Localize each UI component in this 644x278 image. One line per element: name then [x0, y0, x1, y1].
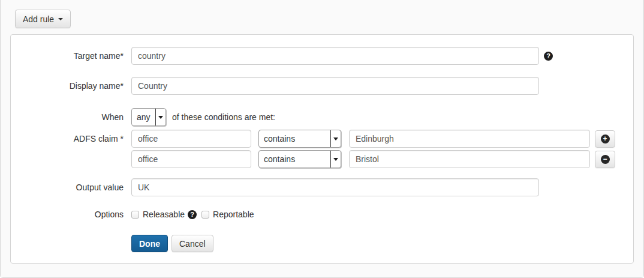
cancel-button[interactable]: Cancel [171, 235, 213, 252]
claim-value-input[interactable] [349, 150, 590, 168]
adfs-claim-label: ADFS claim * [11, 134, 131, 144]
output-value-input[interactable] [131, 178, 539, 196]
operator-select-value: contains [259, 130, 330, 147]
add-condition-button[interactable]: + [595, 130, 615, 148]
help-icon[interactable]: ? [544, 52, 553, 61]
display-name-row: Display name* [11, 77, 633, 95]
add-rule-label: Add rule [23, 14, 54, 24]
when-select-value: any [132, 109, 155, 125]
toolbar: Add rule [1, 0, 643, 28]
select-caret-icon [155, 109, 165, 125]
reportable-option: Reportable [201, 210, 254, 219]
releasable-label: Releasable [143, 210, 185, 219]
minus-circle-icon: − [601, 155, 610, 164]
plus-circle-icon: + [601, 134, 610, 144]
chevron-down-icon [58, 18, 63, 20]
when-row: When any of these conditions are met: [11, 108, 633, 126]
remove-condition-button[interactable]: − [595, 151, 615, 168]
output-value-label: Output value [11, 183, 131, 192]
when-select[interactable]: any [131, 108, 166, 126]
options-label: Options [11, 210, 131, 219]
operator-select[interactable]: contains [258, 150, 341, 168]
claim-name-input[interactable] [131, 130, 251, 148]
condition-row: ADFS claim * contains + [11, 130, 633, 148]
target-name-label: Target name* [11, 51, 131, 61]
rule-edit-panel: Target name* ? Display name* When any of… [10, 34, 634, 264]
output-value-row: Output value [11, 178, 633, 196]
display-name-label: Display name* [11, 81, 131, 91]
rules-editor-container: Add rule Target name* ? Display name* Wh… [0, 0, 644, 278]
options-row: Options Releasable ? Reportable [11, 210, 633, 219]
target-name-row: Target name* ? [11, 47, 633, 65]
done-button[interactable]: Done [131, 235, 168, 252]
target-name-input[interactable] [131, 47, 539, 65]
when-suffix-text: of these conditions are met: [172, 112, 275, 122]
help-icon[interactable]: ? [188, 210, 197, 219]
releasable-option: Releasable [131, 210, 185, 219]
releasable-checkbox[interactable] [131, 211, 139, 219]
operator-select-value: contains [259, 151, 330, 168]
add-rule-button[interactable]: Add rule [15, 10, 71, 28]
claim-name-input[interactable] [131, 150, 251, 168]
reportable-checkbox[interactable] [201, 211, 209, 219]
condition-row: contains − [11, 150, 633, 168]
claim-value-input[interactable] [349, 130, 590, 148]
actions-row: Done Cancel [11, 235, 633, 252]
select-caret-icon [330, 151, 341, 168]
reportable-label: Reportable [213, 210, 254, 219]
operator-select[interactable]: contains [258, 130, 341, 148]
when-label: When [11, 112, 131, 122]
display-name-input[interactable] [131, 77, 539, 95]
select-caret-icon [330, 130, 341, 147]
